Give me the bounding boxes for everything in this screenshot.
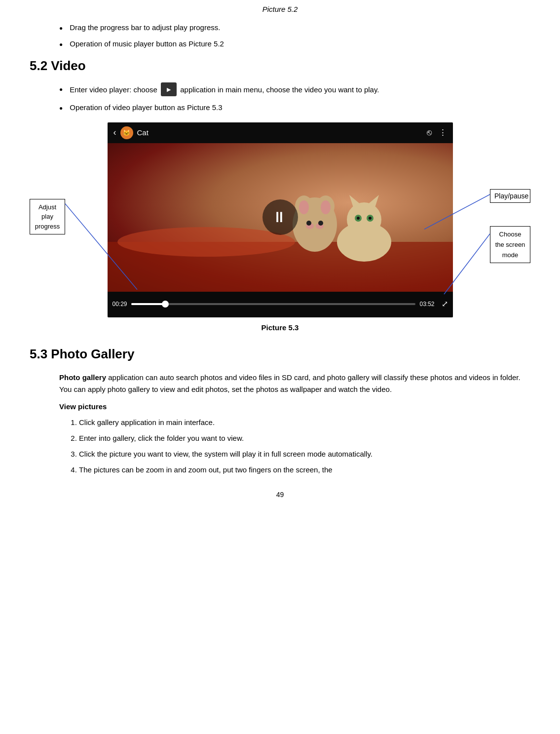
bullet-list-52: Drag the progress bar to adjust play pro… (59, 22, 530, 49)
fullscreen-icon[interactable]: ⤢ (442, 299, 448, 309)
pause-icon: ⏸ (272, 209, 289, 226)
video-top-bar: ‹ 🐱 Cat ⎋ ⋮ (108, 122, 453, 143)
video-centered: Adjust play progress ‹ 🐱 Cat ⎋ (30, 122, 530, 317)
page-number: 49 (30, 491, 530, 499)
list-item-1: Click gallery application in main interf… (79, 417, 530, 428)
view-pictures-title: View pictures (59, 402, 530, 411)
section-33: 5.3 Photo Gallery Photo gallery applicat… (30, 347, 530, 476)
photo-gallery-para: Photo gallery application can auto searc… (59, 372, 530, 395)
list-item-4: The pictures can be zoom in and zoom out… (79, 464, 530, 476)
list-item-3: Click the picture you want to view, the … (79, 448, 530, 460)
photo-gallery-label: Photo gallery (59, 373, 106, 382)
top-bar-icons: ⎋ ⋮ (427, 127, 447, 138)
list-item-2: Enter into gallery, click the folder you… (79, 432, 530, 444)
video-title: Cat (137, 128, 427, 137)
svg-point-8 (299, 200, 309, 214)
photo-gallery-text: application can auto search photos and v… (59, 373, 521, 393)
svg-point-15 (347, 202, 381, 237)
picture52-title: Picture 5.2 (30, 5, 530, 13)
video-scene: ⏸ (108, 143, 453, 292)
label-playpause: Play/pause (490, 189, 530, 203)
label-adjust-progress: Adjust play progress (30, 199, 65, 235)
numbered-list: Click gallery application in main interf… (79, 417, 530, 476)
menu-icon[interactable]: ⋮ (439, 127, 447, 138)
total-time: 03:52 (419, 301, 434, 308)
svg-point-20 (357, 217, 360, 220)
current-time: 00:29 (112, 301, 127, 308)
bullet-item-enter-video: Enter video player: choose application i… (59, 83, 530, 97)
video-player-icon (161, 82, 177, 96)
video-player[interactable]: ‹ 🐱 Cat ⎋ ⋮ (108, 122, 453, 317)
progress-thumb (162, 301, 169, 308)
label-screen-mode: Choose the screen mode (490, 226, 530, 263)
progress-row: 00:29 03:52 ⤢ (112, 299, 448, 309)
video-container-outer: Adjust play progress ‹ 🐱 Cat ⎋ (30, 122, 530, 317)
share-icon[interactable]: ⎋ (427, 128, 432, 138)
page-container: Picture 5.2 Drag the progress bar to adj… (0, 0, 560, 518)
bullet-list-video: Enter video player: choose application i… (59, 83, 530, 114)
back-icon[interactable]: ‹ (113, 127, 116, 138)
progress-track[interactable] (131, 303, 416, 305)
picture53-caption: Picture 5.3 (30, 323, 530, 332)
svg-point-9 (321, 200, 331, 214)
section-52-title: 5.2 Video (30, 58, 530, 74)
svg-point-13 (318, 221, 323, 226)
cat-icon: 🐱 (120, 126, 133, 139)
svg-point-12 (306, 221, 311, 226)
progress-fill (131, 303, 165, 305)
bullet-item-operation53: Operation of video player button as Pict… (59, 102, 530, 114)
section-33-title: 5.3 Photo Gallery (30, 347, 530, 362)
video-bottom-bar: 00:29 03:52 ⤢ (108, 292, 453, 317)
bullet-item-operation52: Operation of music player button as Pict… (59, 39, 530, 50)
svg-point-21 (369, 217, 372, 220)
bullet-item-drag: Drag the progress bar to adjust play pro… (59, 22, 530, 34)
svg-point-4 (117, 227, 295, 257)
pause-button[interactable]: ⏸ (262, 199, 298, 235)
